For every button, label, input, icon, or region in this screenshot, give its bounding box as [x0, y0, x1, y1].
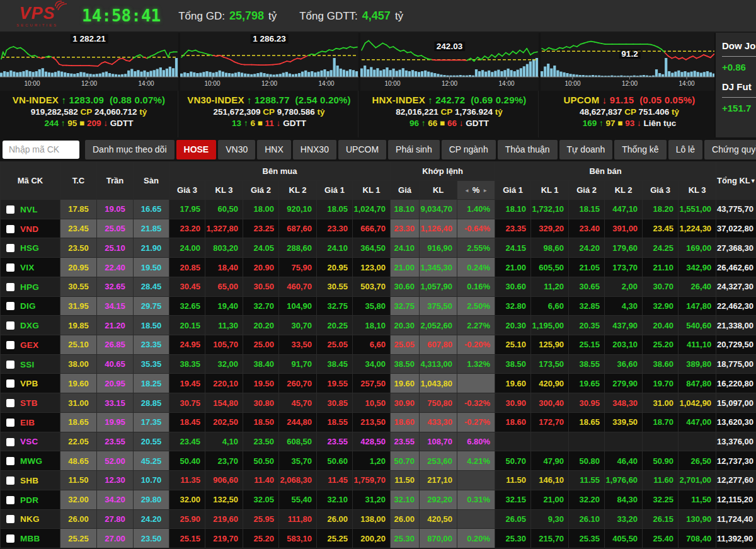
match-price-cell[interactable]: 21.00 [391, 258, 420, 277]
stock-symbol[interactable]: VPB [20, 379, 38, 388]
tab-cp-ngành[interactable]: CP ngành [442, 140, 496, 159]
sell-vol3-cell[interactable]: 130,90 [679, 509, 716, 529]
ceiling-price-cell[interactable]: 22.40 [97, 258, 134, 277]
sell-price2-cell[interactable]: 20.35 [569, 316, 605, 335]
sell-price1-cell[interactable]: 25.30 [495, 529, 531, 548]
ceiling-price-cell[interactable]: 40.65 [97, 354, 134, 374]
buy-price3-cell[interactable]: 30.45 [169, 277, 205, 296]
tab-thống-kê[interactable]: Thống kê [614, 140, 666, 159]
buy-vol3-cell[interactable]: 202,50 [205, 412, 243, 432]
sell-vol1-cell[interactable]: 47,90 [531, 451, 569, 471]
match-vol-cell[interactable]: 4,313,00 [420, 354, 457, 374]
floor-price-cell[interactable]: 28.85 [134, 393, 169, 413]
row-checkbox[interactable] [6, 263, 14, 272]
ceiling-price-cell[interactable]: 27.80 [97, 509, 134, 529]
sell-price3-cell[interactable]: 32.90 [643, 296, 679, 316]
sell-vol1-cell[interactable]: 21,00 [531, 490, 569, 509]
sell-price2-cell[interactable]: 21.05 [569, 258, 605, 277]
match-vol-cell[interactable]: 253,60 [420, 451, 457, 471]
buy-price2-cell[interactable]: 23.25 [243, 219, 279, 238]
buy-price2-cell[interactable]: 30.80 [243, 393, 279, 413]
stock-symbol[interactable]: GEX [20, 340, 38, 350]
match-vol-cell[interactable]: 9,034,70 [420, 200, 457, 219]
sell-price1-cell[interactable]: 18.60 [495, 412, 531, 432]
buy-price2-cell[interactable]: 50.50 [243, 451, 279, 471]
buy-vol1-cell[interactable]: 364,50 [353, 238, 391, 258]
ref-price-cell[interactable]: 11.50 [60, 471, 97, 490]
match-price-cell[interactable]: 20.30 [391, 316, 420, 335]
row-checkbox[interactable] [6, 535, 14, 543]
sell-price2-cell[interactable]: 23.40 [569, 219, 605, 238]
sell-vol2-cell[interactable]: 447,10 [605, 200, 643, 219]
match-pct-cell[interactable]: 2.27% [457, 316, 495, 335]
sell-price3-cell[interactable]: 31.00 [643, 393, 679, 413]
sell-price1-cell[interactable]: 18.10 [495, 200, 531, 219]
ceiling-price-cell[interactable]: 20.95 [97, 374, 134, 393]
buy-price3-cell[interactable]: 25.15 [169, 529, 205, 548]
buy-price1-cell[interactable]: 38.45 [317, 354, 353, 374]
match-pct-cell[interactable]: -0.27% [457, 412, 495, 432]
sell-price2-cell[interactable] [569, 432, 605, 451]
sell-vol2-cell[interactable]: 391,00 [605, 219, 643, 238]
buy-price1-cell[interactable]: 32.75 [317, 296, 353, 316]
buy-vol1-cell[interactable]: 1,759,70 [353, 471, 391, 490]
sell-vol3-cell[interactable]: 26,50 [679, 451, 716, 471]
buy-price2-cell[interactable]: 20.20 [243, 316, 279, 335]
sell-price2-cell[interactable]: 24.20 [569, 238, 605, 258]
match-pct-cell[interactable] [457, 509, 495, 529]
sell-vol2-cell[interactable]: 339,50 [605, 412, 643, 432]
buy-price3-cell[interactable]: 20.85 [169, 258, 205, 277]
buy-vol3-cell[interactable]: 1,327,80 [205, 219, 243, 238]
sell-vol3-cell[interactable]: 1,224,30 [679, 219, 716, 238]
buy-vol1-cell[interactable]: 1,20 [353, 451, 391, 471]
pct-next-arrow[interactable]: ► [479, 188, 491, 194]
match-vol-cell[interactable]: 420,50 [420, 509, 457, 529]
ref-price-cell[interactable]: 19.85 [60, 316, 97, 335]
row-checkbox[interactable] [6, 205, 14, 214]
match-price-cell[interactable]: 24.10 [391, 238, 420, 258]
floor-price-cell[interactable]: 17.35 [134, 412, 169, 432]
sell-vol1-cell[interactable]: 6,60 [531, 296, 569, 316]
ceiling-price-cell[interactable]: 21.20 [97, 316, 134, 335]
match-pct-cell[interactable]: -0.32% [457, 393, 495, 413]
buy-vol2-cell[interactable]: 608,50 [279, 432, 317, 451]
sell-price1-cell[interactable]: 50.70 [495, 451, 531, 471]
sell-price1-cell[interactable]: 23.35 [495, 219, 531, 238]
row-checkbox[interactable] [6, 379, 14, 388]
ceiling-price-cell[interactable]: 19.95 [97, 412, 134, 432]
buy-price2-cell[interactable]: 32.70 [243, 296, 279, 316]
buy-vol3-cell[interactable]: 220,10 [205, 374, 243, 393]
sell-price2-cell[interactable]: 18.65 [569, 412, 605, 432]
sell-price3-cell[interactable]: 38.60 [643, 354, 679, 374]
match-vol-cell[interactable]: 1,345,30 [420, 258, 457, 277]
buy-vol2-cell[interactable]: 583,10 [279, 529, 317, 548]
sell-price1-cell[interactable]: 20.30 [495, 316, 531, 335]
buy-price2-cell[interactable]: 18.50 [243, 412, 279, 432]
sell-price1-cell[interactable]: 38.50 [495, 354, 531, 374]
buy-vol2-cell[interactable]: 460,70 [279, 277, 317, 296]
sell-price1-cell[interactable]: 19.60 [495, 374, 531, 393]
ref-price-cell[interactable]: 31.00 [60, 393, 97, 413]
ref-price-cell[interactable]: 32.00 [60, 490, 97, 509]
floor-price-cell[interactable]: 35.35 [134, 354, 169, 374]
ref-price-cell[interactable]: 25.10 [60, 335, 97, 355]
tab-hnx[interactable]: HNX [257, 140, 291, 159]
floor-price-cell[interactable]: 29.80 [134, 490, 169, 509]
ref-price-cell[interactable]: 20.95 [60, 258, 97, 277]
ref-price-cell[interactable]: 48.65 [60, 451, 97, 471]
row-checkbox[interactable] [6, 321, 14, 330]
row-checkbox[interactable] [6, 496, 14, 504]
sell-price2-cell[interactable]: 25.35 [569, 529, 605, 548]
sell-price1-cell[interactable]: 11.50 [495, 471, 531, 490]
sell-vol1-cell[interactable]: 98,60 [531, 238, 569, 258]
floor-price-cell[interactable]: 28.45 [134, 277, 169, 296]
sell-price3-cell[interactable]: 25.20 [643, 335, 679, 355]
sell-vol1-cell[interactable]: 1,732,10 [531, 200, 569, 219]
ceiling-price-cell[interactable]: 26.85 [97, 335, 134, 355]
sell-vol3-cell[interactable]: 708,40 [679, 529, 716, 548]
buy-vol1-cell[interactable]: 213,50 [353, 412, 391, 432]
match-price-cell[interactable]: 38.50 [391, 354, 420, 374]
buy-vol2-cell[interactable]: 920,10 [279, 200, 317, 219]
buy-price1-cell[interactable]: 30.55 [317, 277, 353, 296]
sell-price3-cell[interactable]: 11.60 [643, 471, 679, 490]
